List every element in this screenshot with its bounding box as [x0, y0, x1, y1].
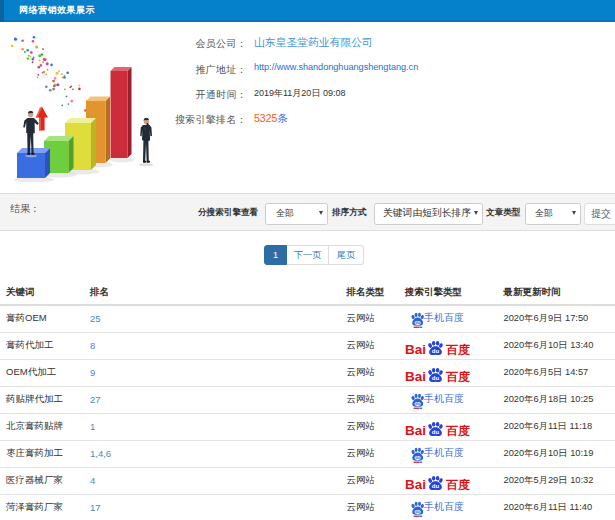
svg-text:du: du — [415, 455, 420, 460]
svg-text:du: du — [432, 347, 440, 353]
svg-text:du: du — [415, 320, 420, 325]
svg-text:百度: 百度 — [445, 342, 470, 356]
svg-text:Bai: Bai — [405, 477, 426, 492]
svg-text:du: du — [415, 509, 420, 514]
svg-text:百度: 百度 — [445, 423, 470, 437]
svg-text:百度: 百度 — [445, 369, 470, 383]
svg-text:du: du — [415, 401, 420, 406]
svg-text:du: du — [432, 428, 440, 434]
svg-text:du: du — [432, 374, 440, 380]
svg-text:Bai: Bai — [405, 342, 426, 357]
svg-text:Bai: Bai — [405, 423, 426, 438]
svg-text:Bai: Bai — [405, 369, 426, 384]
svg-text:du: du — [432, 482, 440, 488]
svg-text:百度: 百度 — [445, 477, 470, 491]
